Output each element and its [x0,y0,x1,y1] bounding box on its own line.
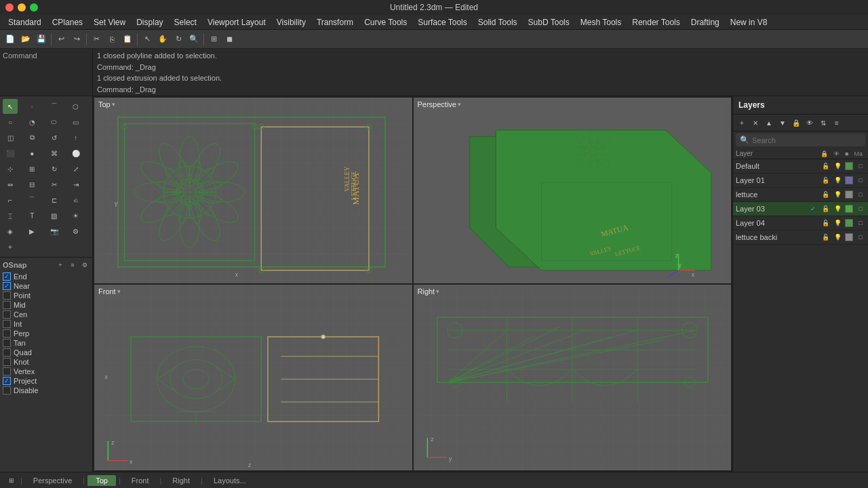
layers-new-btn[interactable]: + [736,117,748,129]
project-checkbox[interactable] [3,377,11,385]
trim-tool[interactable]: ✂ [47,177,62,192]
pipe-tool[interactable]: ⚪ [68,146,83,161]
color-lettuce-back[interactable] [845,233,853,241]
layer-row-lettuce-back[interactable]: lettuce backi 🔓 💡 □ [733,230,868,245]
revolve-tool[interactable]: ↺ [47,130,62,145]
front-viewport[interactable]: Front ▾ [94,285,412,470]
color-04[interactable] [845,219,853,227]
close-button[interactable] [5,3,14,12]
camera-tool[interactable]: 📷 [47,224,62,239]
extrude-tool[interactable]: ↑ [68,130,83,145]
extend-tool[interactable]: ⇥ [68,177,83,192]
mirror-tool[interactable]: ⇔ [3,177,18,192]
text-tool[interactable]: T [24,208,39,223]
layers-filter-btn[interactable]: ≡ [831,117,843,129]
menu-item-visibility[interactable]: Visibility [271,16,311,28]
rotate-obj-tool[interactable]: ↻ [47,161,62,176]
perspective-dropdown-icon[interactable]: ▾ [458,101,461,108]
hatch-tool[interactable]: ▨ [47,208,62,223]
osnap-vertex[interactable]: Vertex [3,367,90,375]
perspective-viewport-label[interactable]: Perspective ▾ [418,100,461,108]
top-viewport[interactable]: Top ▾ [94,98,412,283]
maximize-button[interactable] [30,3,38,12]
dim-tool[interactable]: ⌶ [3,208,18,223]
render-tool[interactable]: ▶ [24,224,39,239]
point-checkbox[interactable] [3,291,11,300]
int-checkbox[interactable] [3,320,11,328]
layers-visible-btn[interactable]: 👁 [804,117,816,129]
layers-sort-btn[interactable]: ⇅ [817,117,829,129]
osnap-settings-icon[interactable]: ⚙ [80,260,90,270]
save-btn[interactable]: 💾 [34,32,49,47]
layers-delete-btn[interactable]: ✕ [749,117,762,129]
scale-tool[interactable]: ⤢ [68,161,83,176]
lock-icon-03[interactable]: 🔓 [821,204,830,214]
lock-icon-default[interactable]: 🔓 [821,161,830,171]
layer-row-lettuce[interactable]: lettuce 🔓 💡 □ [733,188,868,202]
visible-icon-lettuce-back[interactable]: 💡 [833,232,842,242]
cylinder-tool[interactable]: ⌘ [47,146,62,161]
color-default[interactable] [845,162,853,170]
osnap-add-icon[interactable]: + [56,260,65,270]
lock-icon-lettuce-back[interactable]: 🔓 [821,232,830,242]
top-viewport-label[interactable]: Top ▾ [98,100,115,108]
box-tool[interactable]: ⬛ [3,146,18,161]
new-btn[interactable]: 📄 [3,32,18,47]
front-viewport-label[interactable]: Front ▾ [98,287,121,296]
osnap-near[interactable]: Near [3,282,90,290]
project-tool[interactable]: ⎌ [68,192,83,207]
end-checkbox[interactable] [3,272,11,281]
layer-row-default[interactable]: Default 🔓 💡 □ [733,159,868,174]
wire-btn[interactable]: ⊞ [206,32,221,47]
traffic-lights[interactable] [5,3,38,12]
curve-tool[interactable]: ⌒ [47,99,62,114]
layers-search-box[interactable]: 🔍 [736,134,865,146]
disable-checkbox[interactable] [3,386,11,394]
redo-btn[interactable]: ↪ [69,32,84,47]
tab-front[interactable]: Front [123,475,157,486]
visible-icon-01[interactable]: 💡 [833,176,842,185]
visible-icon-default[interactable]: 💡 [833,161,842,171]
menu-item-subd-tools[interactable]: SubD Tools [523,16,575,28]
shade-btn[interactable]: ◼ [222,32,237,47]
visible-icon-03[interactable]: 💡 [833,204,842,214]
osnap-filter-icon[interactable]: ≡ [68,260,77,270]
mid-checkbox[interactable] [3,301,11,309]
zoom-btn[interactable]: 🔍 [186,32,201,47]
menu-item-viewport-layout[interactable]: Viewport Layout [202,16,271,28]
copy-obj-tool[interactable]: ⊞ [24,161,39,176]
circle-tool[interactable]: ○ [3,115,18,129]
osnap-cen[interactable]: Cen [3,310,90,319]
lock-icon-lettuce[interactable]: 🔓 [821,190,830,199]
right-dropdown-icon[interactable]: ▾ [436,288,439,295]
menu-item-select[interactable]: Select [169,16,202,28]
perspective-viewport[interactable]: Perspective ▾ [414,98,732,283]
material-tool[interactable]: ◈ [3,224,18,239]
perp-checkbox[interactable] [3,329,11,338]
layers-search-input[interactable] [752,136,861,144]
light-tool[interactable]: ☀ [68,208,83,223]
move-tool[interactable]: ⊹ [3,161,18,176]
patch-tool[interactable]: ⧉ [24,130,39,145]
menu-item-transform[interactable]: Transform [311,16,359,28]
quad-checkbox[interactable] [3,348,11,357]
arc-tool[interactable]: ◔ [24,115,39,129]
cut-btn[interactable]: ✂ [89,32,104,47]
menu-item-curve-tools[interactable]: Curve Tools [359,16,412,28]
osnap-project[interactable]: Project [3,377,90,385]
point-tool[interactable]: · [24,99,39,114]
tab-layouts[interactable]: Layouts... [205,475,254,486]
layer-row-03[interactable]: Layer 03 ✓ 🔓 💡 □ [733,202,868,216]
analysis-tool[interactable]: ⚙ [68,224,83,239]
layers-move-up-btn[interactable]: ▲ [763,117,775,129]
lock-icon-01[interactable]: 🔓 [821,176,830,185]
ellipse-tool[interactable]: ⬭ [47,115,62,129]
osnap-end[interactable]: End [3,272,90,281]
menu-item-render-tools[interactable]: Render Tools [627,16,686,28]
color-01[interactable] [845,176,853,184]
layer-row-04[interactable]: Layer 04 🔓 💡 □ [733,216,868,230]
color-03[interactable] [845,205,853,213]
layers-lock-btn[interactable]: 🔒 [790,117,802,129]
layout-icon[interactable]: ⊞ [5,474,18,487]
menu-item-solid-tools[interactable]: Solid Tools [473,16,523,28]
